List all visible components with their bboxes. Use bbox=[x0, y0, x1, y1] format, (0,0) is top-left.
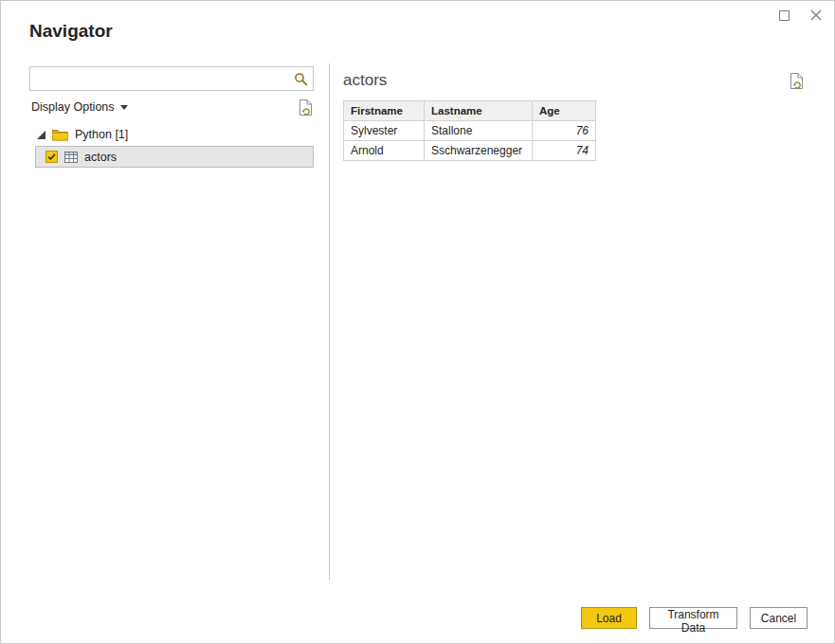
search-box bbox=[29, 66, 314, 91]
folder-icon bbox=[52, 129, 68, 141]
cell-age: 74 bbox=[533, 141, 596, 161]
load-button[interactable]: Load bbox=[581, 607, 637, 629]
refresh-icon[interactable] bbox=[298, 98, 314, 116]
cancel-button[interactable]: Cancel bbox=[750, 607, 808, 629]
panel-divider bbox=[329, 63, 330, 580]
cell-lastname: Stallone bbox=[425, 121, 533, 141]
table-row: Sylvester Stallone 76 bbox=[344, 121, 596, 141]
transform-data-button[interactable]: Transform Data bbox=[649, 607, 737, 629]
cell-firstname: Sylvester bbox=[344, 121, 425, 141]
navigator-dialog: Navigator Display Options bbox=[0, 0, 835, 644]
table-row: Arnold Sschwarzenegger 74 bbox=[344, 141, 596, 161]
tree-item-label: actors bbox=[84, 151, 117, 164]
tree-item-actors[interactable]: actors bbox=[35, 146, 314, 168]
window-controls bbox=[777, 9, 823, 22]
expand-arrow-icon[interactable] bbox=[37, 131, 45, 139]
cell-firstname: Arnold bbox=[344, 141, 425, 161]
maximize-icon[interactable] bbox=[777, 9, 790, 22]
search-input[interactable] bbox=[30, 67, 288, 90]
tree-item-label: Python [1] bbox=[75, 128, 128, 141]
chevron-down-icon bbox=[120, 105, 128, 110]
check-icon bbox=[46, 152, 57, 162]
navigation-tree: Python [1] actors bbox=[29, 124, 316, 168]
preview-title: actors bbox=[343, 71, 387, 90]
search-icon[interactable] bbox=[288, 67, 313, 90]
display-options-dropdown[interactable]: Display Options bbox=[29, 98, 130, 116]
table-icon bbox=[64, 152, 78, 163]
page-title: Navigator bbox=[29, 21, 113, 42]
actors-checkbox[interactable] bbox=[45, 151, 58, 163]
refresh-preview-icon[interactable] bbox=[789, 72, 805, 90]
display-options-label: Display Options bbox=[31, 100, 115, 114]
preview-table: Firstname Lastname Age Sylvester Stallon… bbox=[343, 100, 596, 161]
cell-age: 76 bbox=[533, 121, 596, 141]
column-header-age: Age bbox=[533, 101, 596, 121]
close-icon[interactable] bbox=[809, 9, 823, 22]
column-header-firstname: Firstname bbox=[344, 101, 425, 121]
tree-item-python[interactable]: Python [1] bbox=[29, 124, 316, 145]
cell-lastname: Sschwarzenegger bbox=[425, 141, 533, 161]
table-header-row: Firstname Lastname Age bbox=[344, 101, 596, 121]
options-row: Display Options bbox=[29, 97, 314, 117]
preview-header: actors bbox=[343, 69, 805, 92]
column-header-lastname: Lastname bbox=[425, 101, 533, 121]
